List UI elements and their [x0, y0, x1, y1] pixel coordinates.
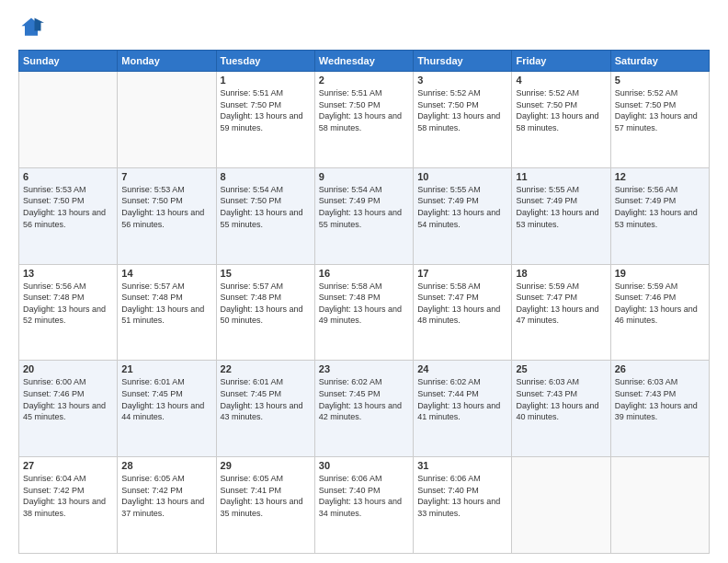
day-info: Sunrise: 5:57 AMSunset: 7:48 PMDaylight:… [221, 281, 311, 327]
day-number: 29 [221, 460, 311, 471]
day-number: 20 [23, 363, 113, 374]
day-number: 18 [516, 268, 606, 279]
weekday-header-friday: Friday [512, 51, 610, 72]
day-number: 8 [221, 171, 311, 182]
day-number: 12 [615, 171, 705, 182]
day-info: Sunrise: 5:59 AMSunset: 7:46 PMDaylight:… [615, 281, 705, 327]
calendar-cell: 15Sunrise: 5:57 AMSunset: 7:48 PMDayligh… [216, 264, 314, 361]
weekday-header-monday: Monday [118, 51, 216, 72]
day-info: Sunrise: 5:58 AMSunset: 7:47 PMDaylight:… [417, 281, 507, 327]
day-info: Sunrise: 5:56 AMSunset: 7:48 PMDaylight:… [23, 281, 113, 327]
weekday-header-saturday: Saturday [610, 51, 709, 72]
day-info: Sunrise: 6:06 AMSunset: 7:40 PMDaylight:… [417, 473, 507, 519]
calendar-cell: 6Sunrise: 5:53 AMSunset: 7:50 PMDaylight… [19, 167, 118, 264]
calendar-cell: 14Sunrise: 5:57 AMSunset: 7:48 PMDayligh… [118, 264, 216, 361]
day-number: 2 [319, 75, 409, 86]
calendar-cell: 21Sunrise: 6:01 AMSunset: 7:45 PMDayligh… [118, 361, 216, 457]
day-number: 21 [121, 363, 211, 374]
calendar-cell: 26Sunrise: 6:03 AMSunset: 7:43 PMDayligh… [610, 361, 709, 457]
weekday-header-wednesday: Wednesday [314, 51, 413, 72]
day-number: 30 [319, 460, 409, 471]
day-info: Sunrise: 5:51 AMSunset: 7:50 PMDaylight:… [221, 87, 311, 133]
day-number: 16 [319, 268, 409, 279]
day-info: Sunrise: 5:54 AMSunset: 7:50 PMDaylight:… [221, 184, 311, 230]
calendar-cell: 13Sunrise: 5:56 AMSunset: 7:48 PMDayligh… [19, 264, 118, 361]
day-info: Sunrise: 6:02 AMSunset: 7:45 PMDaylight:… [319, 376, 409, 422]
day-number: 26 [615, 363, 705, 374]
calendar-cell: 20Sunrise: 6:00 AMSunset: 7:46 PMDayligh… [19, 361, 118, 457]
calendar-cell: 19Sunrise: 5:59 AMSunset: 7:46 PMDayligh… [610, 264, 709, 361]
calendar-cell: 5Sunrise: 5:52 AMSunset: 7:50 PMDaylight… [610, 72, 709, 168]
calendar-cell: 25Sunrise: 6:03 AMSunset: 7:43 PMDayligh… [512, 361, 610, 457]
calendar-week-3: 13Sunrise: 5:56 AMSunset: 7:48 PMDayligh… [19, 264, 710, 361]
day-info: Sunrise: 5:51 AMSunset: 7:50 PMDaylight:… [319, 87, 409, 133]
day-number: 5 [615, 75, 705, 86]
day-number: 11 [516, 171, 606, 182]
day-info: Sunrise: 5:57 AMSunset: 7:48 PMDaylight:… [121, 281, 211, 327]
calendar-cell: 28Sunrise: 6:05 AMSunset: 7:42 PMDayligh… [118, 457, 216, 554]
calendar-cell: 10Sunrise: 5:55 AMSunset: 7:49 PMDayligh… [414, 167, 512, 264]
day-info: Sunrise: 6:03 AMSunset: 7:43 PMDaylight:… [516, 376, 606, 422]
calendar-cell: 8Sunrise: 5:54 AMSunset: 7:50 PMDaylight… [216, 167, 314, 264]
day-info: Sunrise: 5:52 AMSunset: 7:50 PMDaylight:… [615, 87, 705, 133]
day-number: 1 [221, 75, 311, 86]
day-info: Sunrise: 6:04 AMSunset: 7:42 PMDaylight:… [23, 473, 113, 519]
day-number: 14 [121, 268, 211, 279]
page: SundayMondayTuesdayWednesdayThursdayFrid… [0, 0, 728, 563]
day-number: 6 [23, 171, 113, 182]
day-info: Sunrise: 6:01 AMSunset: 7:45 PMDaylight:… [221, 376, 311, 422]
svg-marker-1 [35, 18, 45, 31]
day-number: 15 [221, 268, 311, 279]
logo [18, 15, 48, 40]
day-number: 24 [417, 363, 507, 374]
day-number: 7 [121, 171, 211, 182]
calendar-cell: 1Sunrise: 5:51 AMSunset: 7:50 PMDaylight… [216, 72, 314, 168]
calendar-cell: 27Sunrise: 6:04 AMSunset: 7:42 PMDayligh… [19, 457, 118, 554]
day-info: Sunrise: 5:53 AMSunset: 7:50 PMDaylight:… [121, 184, 211, 230]
calendar-cell: 18Sunrise: 5:59 AMSunset: 7:47 PMDayligh… [512, 264, 610, 361]
day-number: 4 [516, 75, 606, 86]
day-info: Sunrise: 6:06 AMSunset: 7:40 PMDaylight:… [319, 473, 409, 519]
day-info: Sunrise: 5:52 AMSunset: 7:50 PMDaylight:… [417, 87, 507, 133]
day-info: Sunrise: 6:05 AMSunset: 7:42 PMDaylight:… [121, 473, 211, 519]
calendar-cell: 29Sunrise: 6:05 AMSunset: 7:41 PMDayligh… [216, 457, 314, 554]
day-info: Sunrise: 6:03 AMSunset: 7:43 PMDaylight:… [615, 376, 705, 422]
day-number: 25 [516, 363, 606, 374]
day-info: Sunrise: 5:54 AMSunset: 7:49 PMDaylight:… [319, 184, 409, 230]
calendar-week-2: 6Sunrise: 5:53 AMSunset: 7:50 PMDaylight… [19, 167, 710, 264]
day-info: Sunrise: 5:52 AMSunset: 7:50 PMDaylight:… [516, 87, 606, 133]
header [18, 15, 710, 40]
calendar-week-4: 20Sunrise: 6:00 AMSunset: 7:46 PMDayligh… [19, 361, 710, 457]
day-number: 23 [319, 363, 409, 374]
calendar-cell [610, 457, 709, 554]
day-info: Sunrise: 5:58 AMSunset: 7:48 PMDaylight:… [319, 281, 409, 327]
weekday-header-row: SundayMondayTuesdayWednesdayThursdayFrid… [19, 51, 710, 72]
calendar-cell [19, 72, 118, 168]
calendar-cell: 9Sunrise: 5:54 AMSunset: 7:49 PMDaylight… [314, 167, 413, 264]
weekday-header-sunday: Sunday [19, 51, 118, 72]
calendar-cell: 4Sunrise: 5:52 AMSunset: 7:50 PMDaylight… [512, 72, 610, 168]
calendar-cell: 22Sunrise: 6:01 AMSunset: 7:45 PMDayligh… [216, 361, 314, 457]
day-info: Sunrise: 5:56 AMSunset: 7:49 PMDaylight:… [615, 184, 705, 230]
calendar-cell [118, 72, 216, 168]
calendar-cell: 11Sunrise: 5:55 AMSunset: 7:49 PMDayligh… [512, 167, 610, 264]
day-number: 17 [417, 268, 507, 279]
calendar-cell: 2Sunrise: 5:51 AMSunset: 7:50 PMDaylight… [314, 72, 413, 168]
day-number: 13 [23, 268, 113, 279]
calendar-cell: 12Sunrise: 5:56 AMSunset: 7:49 PMDayligh… [610, 167, 709, 264]
day-info: Sunrise: 5:53 AMSunset: 7:50 PMDaylight:… [23, 184, 113, 230]
calendar-cell: 23Sunrise: 6:02 AMSunset: 7:45 PMDayligh… [314, 361, 413, 457]
logo-icon [18, 15, 44, 40]
calendar-cell: 3Sunrise: 5:52 AMSunset: 7:50 PMDaylight… [414, 72, 512, 168]
calendar-cell: 16Sunrise: 5:58 AMSunset: 7:48 PMDayligh… [314, 264, 413, 361]
calendar-cell: 24Sunrise: 6:02 AMSunset: 7:44 PMDayligh… [414, 361, 512, 457]
day-number: 31 [417, 460, 507, 471]
day-info: Sunrise: 5:55 AMSunset: 7:49 PMDaylight:… [417, 184, 507, 230]
day-number: 9 [319, 171, 409, 182]
day-number: 19 [615, 268, 705, 279]
day-number: 3 [417, 75, 507, 86]
calendar-week-5: 27Sunrise: 6:04 AMSunset: 7:42 PMDayligh… [19, 457, 710, 554]
calendar-week-1: 1Sunrise: 5:51 AMSunset: 7:50 PMDaylight… [19, 72, 710, 168]
day-info: Sunrise: 5:59 AMSunset: 7:47 PMDaylight:… [516, 281, 606, 327]
calendar-table: SundayMondayTuesdayWednesdayThursdayFrid… [18, 50, 710, 554]
